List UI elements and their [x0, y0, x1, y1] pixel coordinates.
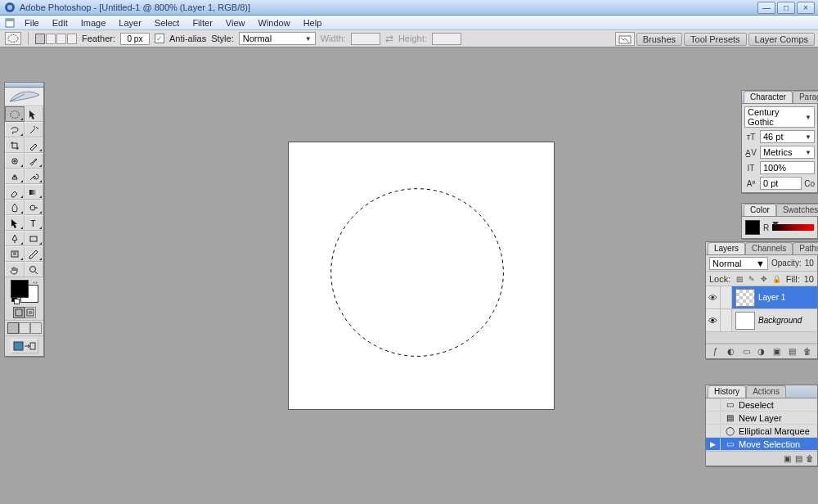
fullscreen-menubar-button[interactable] [19, 322, 30, 334]
menu-layer[interactable]: Layer [112, 16, 148, 29]
tool-hand[interactable] [5, 262, 25, 277]
tab-layers[interactable]: Layers [708, 242, 745, 254]
tab-history[interactable]: History [708, 385, 746, 398]
menu-file[interactable]: File [18, 16, 46, 29]
tool-marquee[interactable] [5, 106, 25, 122]
menu-image[interactable]: Image [74, 16, 113, 29]
style-dropdown[interactable]: Normal ▼ [239, 32, 316, 45]
menu-select[interactable]: Select [148, 16, 187, 29]
menu-view[interactable]: View [219, 16, 252, 29]
well-tab-layer-comps[interactable]: Layer Comps [748, 33, 815, 46]
lock-pixels-icon[interactable]: ✎ [747, 274, 757, 284]
tool-crop[interactable] [5, 137, 25, 153]
tool-history-brush[interactable] [25, 169, 44, 184]
tab-character[interactable]: Character [744, 91, 793, 103]
close-button[interactable]: × [797, 2, 815, 14]
blend-mode-dropdown[interactable]: Normal▼ [709, 257, 768, 270]
visibility-toggle[interactable]: 👁 [706, 309, 721, 331]
tool-move[interactable] [25, 106, 44, 122]
link-cell[interactable] [721, 309, 732, 331]
link-cell[interactable] [721, 286, 732, 308]
well-tab-brushes[interactable]: Brushes [636, 33, 682, 46]
selection-subtract-button[interactable] [56, 34, 66, 44]
tool-lasso[interactable] [5, 122, 25, 137]
tool-gradient[interactable] [25, 184, 44, 200]
tool-blur[interactable] [5, 200, 25, 215]
fill-value[interactable]: 10 [804, 274, 814, 284]
layer-name[interactable]: Layer 1 [758, 293, 785, 302]
tool-notes[interactable] [5, 246, 25, 262]
layer-name[interactable]: Background [758, 316, 802, 325]
tool-zoom[interactable] [25, 262, 44, 277]
tool-slice[interactable] [25, 137, 44, 153]
tool-pen[interactable] [5, 231, 25, 246]
history-row[interactable]: ▭ Deselect [706, 398, 817, 412]
file-browser-button[interactable] [615, 32, 635, 46]
menu-help[interactable]: Help [297, 16, 329, 29]
tool-brush[interactable] [25, 153, 44, 169]
well-tab-tool-presets[interactable]: Tool Presets [684, 33, 747, 46]
new-layer2-button[interactable]: ▤ [787, 346, 798, 358]
new-state-button[interactable]: ▤ [793, 453, 804, 465]
tool-eyedropper[interactable] [25, 246, 44, 262]
jump-to-imageready-button[interactable] [11, 339, 38, 353]
layer-mask-button[interactable]: ◐ [725, 346, 736, 358]
vscale-input[interactable]: 100% [760, 161, 815, 174]
tool-eraser[interactable] [5, 184, 25, 200]
menu-edit[interactable]: Edit [46, 16, 74, 29]
lock-position-icon[interactable]: ✥ [759, 274, 769, 284]
opacity-value[interactable]: 10 [805, 259, 814, 268]
fullscreen-button[interactable] [30, 322, 42, 334]
menu-window[interactable]: Window [252, 16, 297, 29]
delete-layer-button[interactable]: 🗑 [802, 346, 813, 358]
tool-healing[interactable] [5, 153, 25, 169]
history-row[interactable]: ▤ New Layer [706, 412, 817, 425]
layer-row[interactable]: 👁 Layer 1 [706, 286, 817, 309]
layer-row[interactable]: 👁 Background [706, 309, 817, 332]
selection-intersect-button[interactable] [67, 34, 77, 44]
layer-thumbnail[interactable] [735, 289, 755, 307]
quickmask-on-button[interactable] [25, 307, 36, 318]
tool-shape[interactable] [25, 231, 44, 246]
new-snapshot-button[interactable]: ▣ [781, 453, 793, 465]
foreground-color-swatch[interactable] [11, 280, 29, 298]
color-swatch[interactable] [745, 220, 760, 235]
antialias-checkbox[interactable]: ✓ [155, 34, 164, 43]
history-row[interactable]: ▶▭ Move Selection [706, 438, 817, 451]
tab-channels[interactable]: Channels [745, 242, 793, 254]
r-slider[interactable] [772, 224, 814, 231]
quickmask-off-button[interactable] [13, 307, 25, 318]
tool-clone-stamp[interactable] [5, 169, 25, 184]
layer-set-button[interactable]: ▭ [740, 346, 752, 358]
history-row[interactable]: ◯ Elliptical Marquee [706, 425, 817, 438]
feather-input[interactable] [120, 33, 150, 45]
tab-swatches[interactable]: Swatches [776, 204, 818, 216]
tab-actions[interactable]: Actions [746, 385, 786, 398]
delete-state-button[interactable]: 🗑 [804, 453, 816, 465]
selection-new-button[interactable] [35, 34, 45, 44]
standard-screen-button[interactable] [7, 322, 19, 334]
visibility-toggle[interactable]: 👁 [706, 286, 721, 308]
adjustment-layer-button[interactable]: ◑ [756, 346, 767, 358]
selection-add-button[interactable] [46, 34, 56, 44]
lock-all-icon[interactable]: 🔒 [771, 274, 781, 284]
font-size-dropdown[interactable]: 46 pt▼ [760, 130, 815, 143]
layer-style-button[interactable]: ƒ [709, 346, 721, 358]
menu-filter[interactable]: Filter [186, 16, 218, 29]
tool-path-select[interactable] [5, 215, 25, 231]
layer-thumbnail[interactable] [735, 312, 755, 330]
tool-type[interactable]: T [25, 215, 44, 231]
baseline-input[interactable]: 0 pt [760, 177, 802, 190]
tool-dodge[interactable] [25, 200, 44, 215]
font-family-dropdown[interactable]: Century Gothic▼ [744, 106, 815, 128]
maximize-button[interactable]: □ [777, 2, 795, 14]
lock-transparency-icon[interactable]: ▨ [735, 274, 744, 284]
tab-paragraph[interactable]: Paragraph [793, 91, 818, 103]
kerning-dropdown[interactable]: Metrics▼ [760, 146, 815, 159]
tool-magic-wand[interactable] [25, 122, 44, 137]
swap-colors-icon[interactable]: ↔ [32, 278, 39, 286]
document-icon[interactable] [4, 17, 16, 29]
current-tool-icon[interactable] [5, 32, 21, 45]
minimize-button[interactable]: — [757, 2, 775, 14]
tab-color[interactable]: Color [744, 204, 776, 216]
